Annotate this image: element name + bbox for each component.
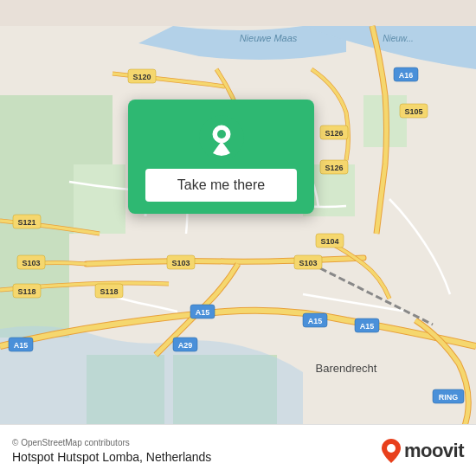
svg-text:S103: S103	[299, 259, 317, 267]
svg-text:S118: S118	[17, 287, 35, 296]
svg-text:S105: S105	[404, 107, 422, 116]
svg-text:A15: A15	[14, 341, 29, 350]
svg-text:S118: S118	[100, 287, 118, 296]
svg-text:Nieuwe Maas: Nieuwe Maas	[240, 33, 298, 43]
svg-point-51	[217, 130, 226, 138]
location-name: Hotspot Hutspot Lomba, Netherlands	[12, 450, 211, 464]
svg-text:S104: S104	[320, 237, 338, 246]
svg-text:A29: A29	[178, 341, 193, 350]
svg-text:S126: S126	[325, 164, 343, 172]
svg-text:S120: S120	[132, 73, 151, 81]
take-me-there-button[interactable]: Take me there	[145, 169, 297, 202]
copyright-text: © OpenStreetMap contributors	[12, 438, 211, 447]
map-background: S120 S105 S126 S126 S105 A16 S103 S103 S…	[0, 0, 476, 476]
svg-text:S126: S126	[325, 129, 343, 138]
bottom-bar: © OpenStreetMap contributors Hotspot Hut…	[0, 424, 476, 476]
moovit-logo: moovit	[382, 439, 464, 463]
svg-point-52	[387, 444, 396, 453]
location-pin-icon	[199, 115, 244, 160]
svg-text:S103: S103	[171, 259, 190, 267]
moovit-pin-icon	[382, 439, 401, 463]
svg-text:Nieuw...: Nieuw...	[383, 34, 414, 43]
bottom-left-info: © OpenStreetMap contributors Hotspot Hut…	[12, 438, 211, 464]
svg-text:RING: RING	[439, 393, 459, 402]
location-card: Take me there	[128, 100, 314, 214]
svg-text:Barendrecht: Barendrecht	[316, 362, 377, 375]
svg-text:S103: S103	[22, 259, 40, 267]
svg-rect-3	[74, 164, 125, 234]
map-container: S120 S105 S126 S126 S105 A16 S103 S103 S…	[0, 0, 476, 476]
svg-text:A15: A15	[308, 317, 323, 325]
svg-text:S121: S121	[17, 218, 35, 227]
svg-text:A15: A15	[196, 308, 210, 317]
svg-text:A15: A15	[360, 322, 375, 331]
moovit-brand-label: moovit	[404, 440, 464, 462]
svg-text:A16: A16	[399, 71, 414, 80]
